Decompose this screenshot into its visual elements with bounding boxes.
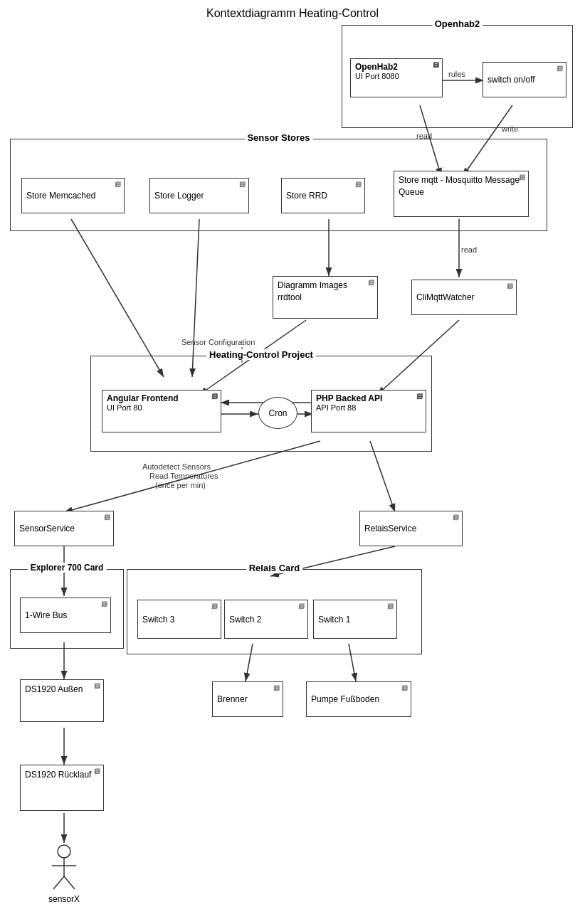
pumpe-label: Pumpe Fußboden xyxy=(311,694,379,704)
store-mqtt-label: Store mqtt - Mosquitto Message Queue xyxy=(399,174,524,198)
svg-line-36 xyxy=(64,876,75,889)
switch-on-off-box: switch on/off ⊟ xyxy=(483,62,566,97)
ds1920-rucklauf-box: DS1920 Rücklauf ⊟ xyxy=(20,765,104,811)
svg-line-35 xyxy=(53,876,64,889)
actor-svg xyxy=(46,843,82,893)
sensor-service-label: SensorService xyxy=(19,524,75,533)
onewire-bus-label: 1-Wire Bus xyxy=(25,610,67,620)
switch2-box: Switch 2 ⊟ xyxy=(224,600,308,639)
ds1920-rucklauf-label: DS1920 Rücklauf xyxy=(25,768,99,781)
store-logger-label: Store Logger xyxy=(154,191,204,201)
svg-line-20 xyxy=(370,441,395,512)
switch3-box: Switch 3 ⊟ xyxy=(137,600,221,639)
svg-text:Autodetect Sensors: Autodetect Sensors xyxy=(142,462,211,471)
svg-line-11 xyxy=(71,219,164,377)
sensor-service-box: SensorService ⊟ xyxy=(14,511,114,546)
svg-text:(once per min): (once per min) xyxy=(155,481,206,489)
svg-text:Read Temperatures: Read Temperatures xyxy=(149,472,218,480)
store-mqtt-box: Store mqtt - Mosquitto Message Queue ⊟ xyxy=(394,171,529,217)
openhab2-inner-label: OpenHab2 xyxy=(355,62,438,72)
php-backed-api-box: PHP Backed API API Port 88 ⊟ xyxy=(311,390,426,432)
php-backed-api-sub: API Port 88 xyxy=(316,403,421,412)
store-rrd-box: Store RRD ⊟ xyxy=(281,178,365,213)
brenner-label: Brenner xyxy=(217,694,248,704)
svg-text:Sensor Configuration: Sensor Configuration xyxy=(181,338,255,346)
ds1920-aussen-box: DS1920 Außen ⊟ xyxy=(20,679,104,722)
svg-point-32 xyxy=(58,845,70,858)
svg-text:read: read xyxy=(461,245,477,254)
angular-frontend-sub: UI Port 80 xyxy=(107,403,216,412)
openhab2-inner-sub: UI Port 8080 xyxy=(355,72,438,80)
cron-box: Cron xyxy=(258,397,297,429)
diagram-title: Kontextdiagramm Heating-Control xyxy=(0,0,585,23)
angular-frontend-label: Angular Frontend xyxy=(107,393,216,403)
explorer-group-label: Explorer 700 Card xyxy=(28,563,107,573)
sensor-x-label: sensorX xyxy=(48,894,80,904)
php-backed-api-label: PHP Backed API xyxy=(316,393,421,403)
relais-service-label: RelaisService xyxy=(364,524,416,533)
switch3-label: Switch 3 xyxy=(142,615,174,625)
brenner-box: Brenner ⊟ xyxy=(212,681,283,717)
switch-on-off-label: switch on/off xyxy=(488,75,534,85)
sensor-stores-label: Sensor Stores xyxy=(244,132,312,143)
store-logger-box: Store Logger ⊟ xyxy=(149,178,249,213)
store-memcached-label: Store Memcached xyxy=(26,191,95,201)
ds1920-aussen-label: DS1920 Außen xyxy=(25,683,99,696)
svg-line-12 xyxy=(192,219,199,377)
relais-service-box: RelaisService ⊟ xyxy=(359,511,463,546)
angular-frontend-box: Angular Frontend UI Port 80 ⊟ xyxy=(102,390,221,432)
diagram-container: Kontextdiagramm Heating-Control rules wr… xyxy=(0,0,585,924)
openhab2-inner-box: OpenHab2 UI Port 8080 ⊟ xyxy=(350,58,443,97)
openhab2-group-label: Openhab2 xyxy=(432,18,483,29)
diagramm-images-label: Diagramm Images rrdtool xyxy=(278,280,373,304)
relais-group-label: Relais Card xyxy=(246,563,303,573)
switch1-box: Switch 1 ⊟ xyxy=(313,600,397,639)
onewire-bus-box: 1-Wire Bus ⊟ xyxy=(20,598,111,633)
heating-control-label: Heating-Control Project xyxy=(206,349,316,360)
switch2-label: Switch 2 xyxy=(229,615,261,625)
sensor-x-actor: sensorX xyxy=(39,843,89,904)
svg-line-21 xyxy=(64,441,320,512)
cron-label: Cron xyxy=(268,408,287,418)
climqttwatcher-box: CliMqttWatcher ⊟ xyxy=(411,280,517,315)
store-memcached-box: Store Memcached ⊟ xyxy=(21,178,125,213)
switch1-label: Switch 1 xyxy=(318,615,350,625)
diagramm-images-box: Diagramm Images rrdtool ⊟ xyxy=(273,276,378,319)
store-rrd-label: Store RRD xyxy=(286,191,327,201)
pumpe-box: Pumpe Fußboden ⊟ xyxy=(306,681,411,717)
climqttwatcher-label: CliMqttWatcher xyxy=(416,292,475,302)
